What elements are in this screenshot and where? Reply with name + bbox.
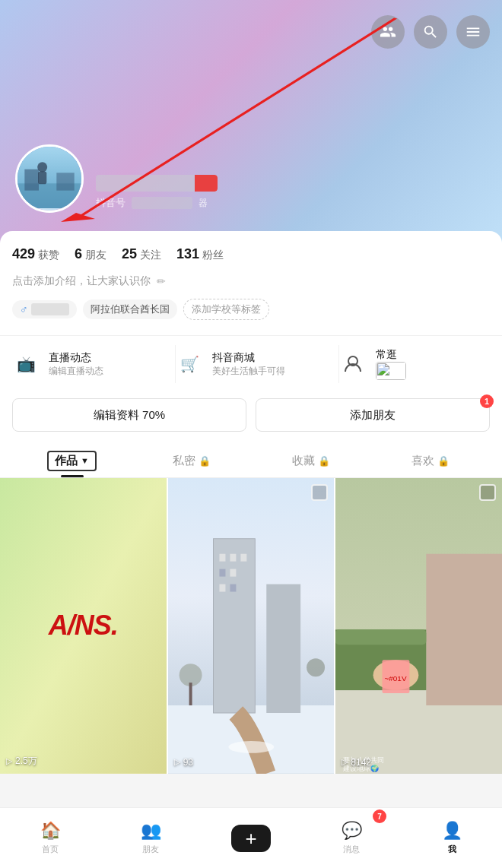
like-tab-label: 喜欢 xyxy=(411,454,434,468)
douyin-id-row: 抖音号 器 xyxy=(96,196,218,210)
tags-row: ♂ 阿拉伯联合酋长国 添加学校等标签 xyxy=(12,299,490,320)
video2-play-count: ▷ 93 xyxy=(174,757,193,768)
menu-item-live[interactable]: 📺 直播动态 编辑直播动态 xyxy=(12,345,176,383)
live-menu-text: 直播动态 编辑直播动态 xyxy=(49,351,103,378)
frequent-icon xyxy=(339,350,367,378)
collect-tab-label: 收藏 xyxy=(292,454,315,468)
video1-count: 2.5万 xyxy=(15,755,37,768)
frequent-menu-text: 常逛 xyxy=(376,348,406,380)
followers-count: 131 xyxy=(176,246,199,262)
video3-count: 8142 xyxy=(351,757,371,768)
likes-label: 获赞 xyxy=(38,249,59,262)
friends-stat[interactable]: 6 朋友 xyxy=(75,246,106,262)
shop-menu-text: 抖音商城 美好生活触手可得 xyxy=(212,351,285,378)
followers-stat[interactable]: 131 粉丝 xyxy=(176,246,224,262)
avatar[interactable] xyxy=(15,144,84,213)
svg-rect-28 xyxy=(427,554,502,705)
douyin-id-value xyxy=(132,197,192,209)
play-icon-1: ▷ xyxy=(6,756,12,766)
tab-private[interactable]: 私密 🔒 xyxy=(132,444,251,477)
friends-label: 朋友 xyxy=(85,249,106,262)
edit-profile-button[interactable]: 编辑资料 70% xyxy=(12,398,246,432)
douyin-id-label: 抖音号 xyxy=(96,196,126,210)
nav-friends[interactable]: 👥 朋友 xyxy=(100,808,201,868)
frequent-title: 常逛 xyxy=(376,348,406,362)
svg-rect-12 xyxy=(213,539,255,713)
avatar-image xyxy=(17,147,81,211)
menu-icon-btn[interactable] xyxy=(456,15,490,49)
messages-badge: 7 xyxy=(373,809,386,823)
add-friend-button[interactable]: 添加朋友 1 xyxy=(256,398,490,432)
video-thumb-1[interactable]: A/NS. ▷ 2.5万 xyxy=(0,478,167,774)
svg-rect-21 xyxy=(266,584,300,713)
nav-home[interactable]: 🏠 首页 xyxy=(0,808,100,868)
collect-lock-icon: 🔒 xyxy=(318,455,330,467)
shop-icon: 🛒 xyxy=(176,350,203,378)
nav-add[interactable]: + xyxy=(201,808,301,868)
frequent-image xyxy=(376,362,406,380)
menu-item-frequent[interactable]: 常逛 xyxy=(339,345,502,383)
name-blur xyxy=(31,303,69,315)
username-bar-accent xyxy=(195,175,218,192)
dropdown-icon: ▼ xyxy=(81,456,89,465)
friends-count: 6 xyxy=(75,246,82,262)
svg-rect-18 xyxy=(230,569,236,577)
tab-works[interactable]: 作品 ▼ xyxy=(12,444,132,477)
avatar-svg xyxy=(17,144,81,211)
video2-count: 93 xyxy=(183,757,193,768)
search-icon xyxy=(422,24,439,40)
video1-play-count: ▷ 2.5万 xyxy=(6,755,37,768)
likes-count: 429 xyxy=(12,246,35,262)
friends-icon-btn[interactable] xyxy=(371,15,405,49)
add-icon: + xyxy=(245,828,256,848)
bio-text: 点击添加介绍，让大家认识你 xyxy=(12,274,151,288)
gender-icon: ♂ xyxy=(20,303,28,315)
menu-item-shop[interactable]: 🛒 抖音商城 美好生活触手可得 xyxy=(176,345,339,383)
home-icon: 🏠 xyxy=(40,821,61,841)
video3-play-count: ▷ 8142 xyxy=(342,757,371,768)
edit-bio-icon[interactable]: ✏ xyxy=(157,275,166,287)
tab-like[interactable]: 喜欢 🔒 xyxy=(370,444,490,477)
bio-row[interactable]: 点击添加介绍，让大家认识你 ✏ xyxy=(12,274,490,288)
video3-bg: ~#01V 要与人类共同 建设地球🌍 xyxy=(335,478,502,774)
messages-nav-icon: 💬 xyxy=(342,821,362,841)
private-lock-icon: 🔒 xyxy=(199,455,211,467)
svg-rect-15 xyxy=(230,554,236,562)
svg-rect-5 xyxy=(38,171,46,184)
nav-messages[interactable]: 💬 7 消息 xyxy=(301,808,402,868)
shop-title: 抖音商城 xyxy=(212,351,285,365)
followers-label: 粉丝 xyxy=(202,249,224,262)
top-icons xyxy=(371,15,490,49)
douyin-copy-icon: 器 xyxy=(199,197,208,210)
live-icon: 📺 xyxy=(12,350,40,378)
tab-collect[interactable]: 收藏 🔒 xyxy=(251,444,370,477)
messages-label: 消息 xyxy=(343,844,360,855)
svg-rect-23 xyxy=(189,683,192,705)
video2-bg xyxy=(168,478,335,774)
menu-row: 📺 直播动态 编辑直播动态 🛒 抖音商城 美好生活触手可得 xyxy=(0,335,502,392)
works-tab-box: 作品 ▼ xyxy=(47,451,97,471)
shop-subtitle: 美好生活触手可得 xyxy=(212,365,285,378)
svg-rect-17 xyxy=(219,569,225,577)
add-tag-label: 添加学校等标签 xyxy=(192,303,261,315)
nav-profile[interactable]: 👤 我 xyxy=(402,808,502,868)
content-area: 429 获赞 6 朋友 25 关注 131 粉丝 点击添加介绍，让大家认识你 ✏ xyxy=(0,231,502,774)
add-button[interactable]: + xyxy=(231,825,271,852)
username-bar xyxy=(96,175,218,192)
profile-banner: 抖音号 器 xyxy=(0,0,502,243)
add-tag-button[interactable]: 添加学校等标签 xyxy=(183,299,269,320)
video-thumb-2[interactable]: ▷ 93 xyxy=(168,478,335,774)
following-stat[interactable]: 25 关注 xyxy=(122,246,161,262)
country-tag[interactable]: 阿拉伯联合酋长国 xyxy=(83,299,177,319)
friends-label: 朋友 xyxy=(142,844,159,855)
home-label: 首页 xyxy=(42,844,59,855)
profile-text-area: 抖音号 器 xyxy=(96,175,218,213)
works-tab-label: 作品 xyxy=(55,454,78,468)
stats-row: 429 获赞 6 朋友 25 关注 131 粉丝 xyxy=(12,246,490,262)
video-thumb-3[interactable]: ~#01V 要与人类共同 建设地球🌍 ▷ 8142 xyxy=(335,478,502,774)
profile-nav-icon: 👤 xyxy=(442,821,462,841)
gender-tag[interactable]: ♂ xyxy=(12,300,77,318)
likes-stat[interactable]: 429 获赞 xyxy=(12,246,59,262)
search-icon-btn[interactable] xyxy=(414,15,447,49)
svg-point-24 xyxy=(307,658,325,676)
